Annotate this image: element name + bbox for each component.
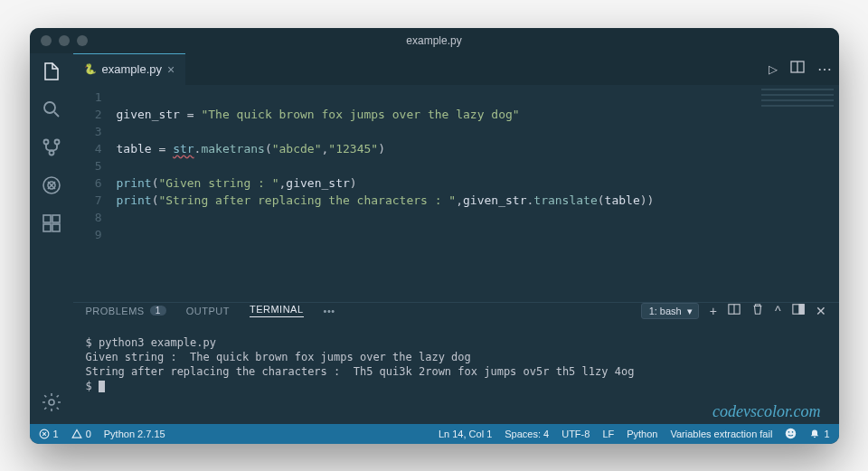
problems-badge: 1 — [150, 306, 166, 316]
svg-point-18 — [792, 431, 794, 433]
window-controls — [41, 35, 88, 46]
more-actions-icon[interactable]: ⋯ — [817, 61, 832, 78]
editor-actions: ▷ ⋯ — [769, 60, 832, 78]
status-lang[interactable]: Python — [627, 429, 657, 439]
status-extra[interactable]: Variables extraction fail — [670, 429, 772, 439]
editor-tabs: 🐍 example.py × ▷ ⋯ — [73, 53, 839, 85]
svg-point-0 — [44, 102, 55, 113]
editor-window: example.py — [30, 28, 839, 444]
status-encoding[interactable]: UTF-8 — [561, 429, 590, 439]
toggle-panel-icon[interactable] — [792, 303, 805, 318]
split-terminal-icon[interactable] — [728, 303, 741, 318]
close-window-dot[interactable] — [41, 35, 52, 46]
split-editor-icon[interactable] — [790, 60, 805, 78]
line-gutter: 1 2 3 4 5 6 7 8 9 — [73, 89, 117, 302]
status-bar: 1 0 Python 2.7.15 Ln 14, Col 1 Spaces: 4… — [30, 424, 839, 444]
panel-actions: 1: bash▾ + ^ ✕ — [641, 303, 826, 319]
tab-example-py[interactable]: 🐍 example.py × — [73, 53, 186, 85]
svg-point-10 — [49, 400, 54, 405]
terminal-select[interactable]: 1: bash▾ — [641, 303, 699, 319]
tab-output[interactable]: OUTPUT — [186, 306, 230, 316]
tab-problems[interactable]: PROBLEMS 1 — [86, 306, 166, 316]
maximize-panel-icon[interactable]: ^ — [775, 304, 781, 318]
terminal-output[interactable]: $ python3 example.py Given string : The … — [73, 319, 839, 424]
status-spaces[interactable]: Spaces: 4 — [505, 429, 549, 439]
minimap[interactable] — [761, 89, 834, 125]
code-editor[interactable]: 1 2 3 4 5 6 7 8 9 given_str = "The quick… — [73, 85, 839, 302]
close-panel-icon[interactable]: ✕ — [816, 304, 826, 318]
status-warnings[interactable]: 0 — [71, 429, 91, 439]
tab-label: example.py — [102, 62, 162, 76]
minimize-window-dot[interactable] — [59, 35, 70, 46]
debug-icon[interactable] — [41, 174, 62, 196]
settings-gear-icon[interactable] — [41, 391, 62, 413]
status-position[interactable]: Ln 14, Col 1 — [439, 429, 492, 439]
close-tab-icon[interactable]: × — [167, 62, 175, 77]
status-bell[interactable]: 1 — [809, 429, 829, 439]
svg-rect-9 — [52, 224, 60, 231]
svg-rect-14 — [798, 305, 803, 315]
maximize-window-dot[interactable] — [77, 35, 88, 46]
svg-rect-8 — [43, 224, 51, 231]
source-control-icon[interactable] — [41, 137, 62, 158]
svg-rect-6 — [43, 215, 51, 222]
svg-point-1 — [43, 139, 48, 144]
watermark: codevscolor.com — [712, 404, 820, 419]
extensions-icon[interactable] — [41, 212, 62, 234]
tab-terminal[interactable]: TERMINAL — [250, 304, 304, 317]
code-content[interactable]: given_str = "The quick brown fox jumps o… — [117, 89, 839, 302]
svg-point-2 — [54, 139, 59, 144]
main-area: 🐍 example.py × ▷ ⋯ 1 2 3 4 5 6 7 8 9 giv… — [73, 53, 839, 424]
run-icon[interactable]: ▷ — [769, 62, 778, 76]
status-python[interactable]: Python 2.7.15 — [104, 429, 165, 439]
status-feedback-icon[interactable] — [785, 428, 797, 439]
svg-point-16 — [786, 429, 796, 438]
new-terminal-icon[interactable]: + — [710, 304, 717, 318]
window-title: example.py — [406, 34, 461, 47]
terminal-cursor — [99, 381, 105, 392]
status-eol[interactable]: LF — [602, 429, 614, 439]
search-icon[interactable] — [41, 99, 62, 120]
activity-bar — [30, 53, 73, 424]
status-errors[interactable]: 1 — [39, 429, 59, 439]
python-file-icon: 🐍 — [84, 63, 97, 75]
kill-terminal-icon[interactable] — [751, 303, 764, 318]
svg-rect-7 — [52, 215, 60, 222]
tab-more[interactable]: ••• — [324, 306, 335, 316]
svg-point-17 — [788, 431, 790, 433]
titlebar: example.py — [30, 28, 839, 53]
explorer-icon[interactable] — [41, 61, 62, 82]
panel-tabs: PROBLEMS 1 OUTPUT TERMINAL ••• 1: bash▾ … — [73, 303, 839, 319]
window-body: 🐍 example.py × ▷ ⋯ 1 2 3 4 5 6 7 8 9 giv… — [30, 53, 839, 424]
bottom-panel: PROBLEMS 1 OUTPUT TERMINAL ••• 1: bash▾ … — [73, 302, 839, 424]
